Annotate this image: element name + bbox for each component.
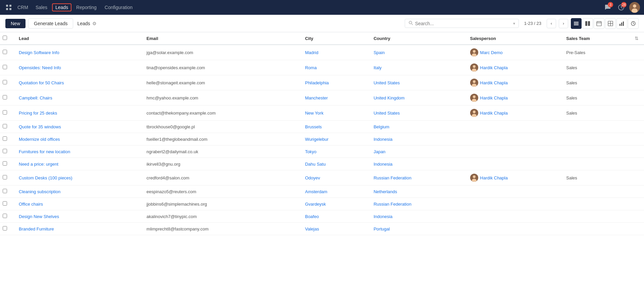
row-country[interactable]: Japan xyxy=(368,145,464,158)
row-lead[interactable]: Campbell: Chairs xyxy=(13,90,141,105)
generate-leads-button[interactable]: Generate Leads xyxy=(28,18,73,29)
search-dropdown-icon[interactable]: ▾ xyxy=(513,21,515,26)
row-lead[interactable]: Opensides: Need Info xyxy=(13,60,141,75)
row-checkbox[interactable] xyxy=(3,136,7,141)
column-settings-button[interactable]: ⇅ xyxy=(635,36,639,41)
breadcrumb-gear-icon[interactable]: ⚙ xyxy=(92,21,97,26)
row-city[interactable]: Odoyev xyxy=(300,170,368,185)
row-country[interactable]: Portugal xyxy=(368,223,464,235)
row-country[interactable]: Netherlands xyxy=(368,185,464,198)
row-checkbox[interactable] xyxy=(3,149,7,153)
col-city[interactable]: City xyxy=(300,32,368,45)
pivot-view-button[interactable] xyxy=(605,18,616,29)
row-checkbox[interactable] xyxy=(3,226,7,230)
row-checkbox[interactable] xyxy=(3,65,7,69)
row-checkbox[interactable] xyxy=(3,124,7,128)
row-country[interactable]: Indonesia xyxy=(368,158,464,170)
col-lead[interactable]: Lead xyxy=(13,32,141,45)
nav-leads[interactable]: Leads xyxy=(52,3,71,11)
row-sales-team: Sales xyxy=(561,90,629,105)
row-country[interactable]: Italy xyxy=(368,60,464,75)
pagination-prev-button[interactable]: ‹ xyxy=(547,19,556,28)
chat-icon-btn[interactable]: 3 xyxy=(602,2,613,13)
user-avatar[interactable] xyxy=(629,2,640,13)
kanban-view-button[interactable] xyxy=(582,18,593,29)
row-lead[interactable]: Furnitures for new location xyxy=(13,145,141,158)
row-salesperson[interactable]: Hardik Chapla xyxy=(465,105,561,120)
app-grid-icon[interactable] xyxy=(4,3,13,12)
col-email[interactable]: Email xyxy=(141,32,300,45)
row-lead[interactable]: Cleaning subscription xyxy=(13,185,141,198)
row-lead[interactable]: Custom Desks (100 pieces) xyxy=(13,170,141,185)
nav-configuration[interactable]: Configuration xyxy=(101,3,136,11)
chart-view-button[interactable] xyxy=(616,18,627,29)
row-city[interactable]: Manchester xyxy=(300,90,368,105)
nav-sales[interactable]: Sales xyxy=(32,3,51,11)
search-input[interactable] xyxy=(415,21,511,26)
row-country[interactable]: United States xyxy=(368,75,464,90)
row-city[interactable]: Boafeo xyxy=(300,210,368,223)
row-country[interactable]: Spain xyxy=(368,45,464,60)
row-city[interactable]: Tokyo xyxy=(300,145,368,158)
activity-view-button[interactable] xyxy=(628,18,639,29)
row-lead[interactable]: Design New Shelves xyxy=(13,210,141,223)
row-email: eespinazo5@reuters.com xyxy=(141,185,300,198)
row-city[interactable]: Gvardeysk xyxy=(300,198,368,210)
row-checkbox[interactable] xyxy=(3,161,7,166)
row-city[interactable]: Wurigelebur xyxy=(300,133,368,145)
row-sales-team xyxy=(561,198,629,210)
select-all-checkbox-header[interactable] xyxy=(0,32,13,45)
row-salesperson[interactable]: Hardik Chapla xyxy=(465,60,561,75)
row-country[interactable]: Belgium xyxy=(368,121,464,133)
row-country[interactable]: Russian Federation xyxy=(368,170,464,185)
row-checkbox[interactable] xyxy=(3,95,7,99)
row-salesperson[interactable]: Hardik Chapla xyxy=(465,90,561,105)
col-sales-team[interactable]: Sales Team xyxy=(561,32,629,45)
row-country[interactable]: United States xyxy=(368,105,464,121)
row-lead[interactable]: Office chairs xyxy=(13,198,141,210)
col-settings[interactable]: ⇅ xyxy=(629,32,644,45)
svg-rect-23 xyxy=(621,23,622,26)
row-city[interactable]: Roma xyxy=(300,60,368,75)
row-checkbox[interactable] xyxy=(3,189,7,193)
row-checkbox[interactable] xyxy=(3,175,7,179)
row-checkbox[interactable] xyxy=(3,201,7,206)
row-city[interactable]: Amsterdam xyxy=(300,185,368,198)
row-checkbox[interactable] xyxy=(3,214,7,218)
select-all-checkbox[interactable] xyxy=(3,36,7,40)
svg-point-42 xyxy=(473,175,476,178)
row-city[interactable]: New York xyxy=(300,105,368,121)
pagination-next-button[interactable]: › xyxy=(559,19,568,28)
row-lead[interactable]: Design Software Info xyxy=(13,45,141,60)
row-country[interactable]: United Kingdom xyxy=(368,90,464,105)
row-lead[interactable]: Modernize old offices xyxy=(13,133,141,145)
row-lead[interactable]: Quotation for 50 Chairs xyxy=(13,75,141,90)
row-salesperson[interactable]: Marc Demo xyxy=(465,45,561,60)
row-city[interactable]: Valejas xyxy=(300,223,368,235)
row-lead[interactable]: Branded Furniture xyxy=(13,223,141,235)
row-city[interactable]: Philadelphia xyxy=(300,75,368,90)
col-country[interactable]: Country xyxy=(368,32,464,45)
row-city[interactable]: Brussels xyxy=(300,121,368,133)
nav-reporting[interactable]: Reporting xyxy=(73,3,100,11)
row-country[interactable]: Indonesia xyxy=(368,133,464,145)
row-sales-team: Pre-Sales xyxy=(561,45,629,60)
row-settings-col xyxy=(629,105,644,121)
calendar-view-button[interactable] xyxy=(594,18,604,29)
row-lead[interactable]: Need a price: urgent xyxy=(13,158,141,170)
row-checkbox[interactable] xyxy=(3,80,7,84)
list-view-button[interactable] xyxy=(571,18,582,29)
row-city[interactable]: Dahu Satu xyxy=(300,158,368,170)
activity-icon-btn[interactable]: 28 xyxy=(616,2,627,13)
row-checkbox[interactable] xyxy=(3,50,7,54)
row-lead[interactable]: Pricing for 25 desks xyxy=(13,105,141,121)
row-lead[interactable]: Quote for 35 windows xyxy=(13,121,141,133)
col-salesperson[interactable]: Salesperson xyxy=(465,32,561,45)
row-city[interactable]: Madrid xyxy=(300,45,368,60)
new-button[interactable]: New xyxy=(5,19,26,28)
row-country[interactable]: Indonesia xyxy=(368,210,464,223)
row-country[interactable]: Russian Federation xyxy=(368,198,464,210)
row-checkbox[interactable] xyxy=(3,110,7,115)
row-salesperson[interactable]: Hardik Chapla xyxy=(465,170,561,185)
row-salesperson[interactable]: Hardik Chapla xyxy=(465,75,561,90)
